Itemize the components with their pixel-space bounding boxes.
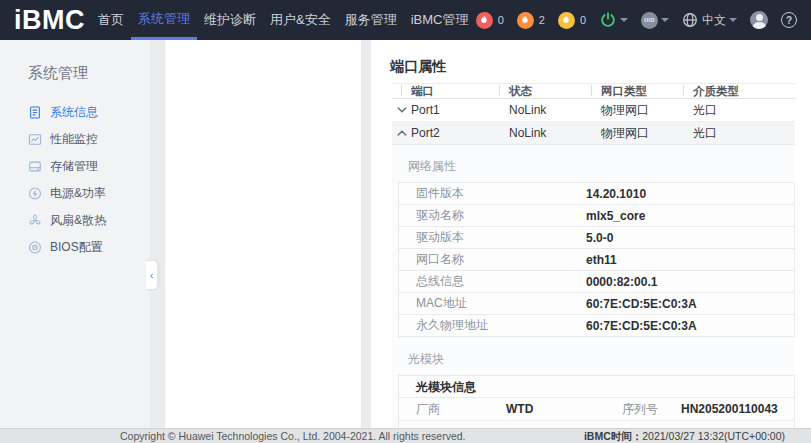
cell-media-type: 光口 — [693, 102, 795, 119]
power-supply-icon — [28, 186, 42, 201]
property-value: 5.0-0 — [586, 231, 794, 245]
critical-alarm-badge[interactable]: 0 — [476, 12, 504, 29]
ibmc-time: iBMC时间：2021/03/27 13:32(UTC+00:00) — [584, 429, 785, 443]
collapse-chevron-up-icon[interactable] — [392, 129, 411, 137]
nav-item-system-management[interactable]: 系统管理 — [131, 0, 197, 40]
bios-config-icon — [28, 240, 42, 255]
property-label: 网口名称 — [399, 251, 586, 268]
flame-icon — [558, 12, 575, 29]
serial-label: 序列号 — [605, 401, 681, 418]
chevron-down-icon — [729, 18, 737, 22]
sidebar-item-performance-monitor[interactable]: 性能监控 — [0, 126, 150, 153]
table-row: 驱动版本 5.0-0 — [399, 227, 794, 249]
critical-alarm-count: 0 — [498, 14, 504, 26]
nav-item-maintenance-diagnosis[interactable]: 维护诊断 — [197, 0, 263, 40]
table-row-port2[interactable]: Port2 NoLink 物理网口 光口 — [392, 122, 795, 145]
storage-management-icon — [28, 159, 42, 174]
table-row: 固件版本 14.20.1010 — [399, 183, 794, 205]
sidebar-item-bios-config[interactable]: BIOS配置 — [0, 234, 150, 261]
cell-status: NoLink — [509, 126, 601, 140]
nav-item-home[interactable]: 首页 — [91, 0, 131, 40]
major-alarm-count: 2 — [539, 14, 545, 26]
sidebar-item-label: 性能监控 — [50, 131, 98, 148]
language-selector[interactable]: 中文 — [682, 12, 737, 29]
content-main-panel: 端口属性 端口 状态 网口类型 介质类型 Port1 NoLink 物理网口 光… — [371, 40, 811, 428]
content-left-panel — [164, 40, 362, 428]
sidebar-item-storage-management[interactable]: 存储管理 — [0, 153, 150, 180]
footer: Copyright © Huawei Technologies Co., Ltd… — [0, 428, 811, 443]
chevron-down-icon — [661, 18, 669, 22]
cell-net-type: 物理网口 — [601, 125, 693, 142]
property-value: mlx5_core — [586, 209, 794, 223]
cell-net-type: 物理网口 — [601, 102, 693, 119]
sidebar-item-fan[interactable]: 风扇&散热 — [0, 207, 150, 234]
cell-status: NoLink — [509, 103, 601, 117]
table-row: 厂商 WTD 序列号 HN205200110043 — [399, 398, 794, 421]
nav-item-ibmc-management[interactable]: iBMC管理 — [404, 0, 476, 40]
property-value: 0000:82:00.1 — [586, 275, 794, 289]
table-row: 驱动名称 mlx5_core — [399, 205, 794, 227]
power-control-menu[interactable] — [599, 11, 628, 29]
property-label: 总线信息 — [399, 273, 586, 290]
language-label: 中文 — [702, 12, 726, 29]
top-bar: iBMC 首页 系统管理 维护诊断 用户&安全 服务管理 iBMC管理 0 2 … — [0, 0, 811, 40]
port-table: 端口 状态 网口类型 介质类型 Port1 NoLink 物理网口 光口 Por… — [392, 83, 795, 145]
user-avatar[interactable] — [750, 11, 768, 29]
performance-monitor-icon — [28, 132, 42, 147]
sidebar: 系统管理 系统信息 性能监控 存储管理 — [0, 40, 150, 428]
sidebar-item-label: 电源&功率 — [50, 185, 106, 202]
table-row-port1[interactable]: Port1 NoLink 物理网口 光口 — [392, 99, 795, 122]
sidebar-title: 系统管理 — [28, 62, 150, 83]
system-info-icon — [28, 105, 42, 120]
column-header-status: 状态 — [509, 84, 601, 99]
sidebar-item-label: 风扇&散热 — [50, 212, 106, 229]
cell-port: Port2 — [411, 126, 509, 140]
property-value: 60:7E:CD:5E:C0:3A — [586, 297, 794, 311]
nav-item-user-security[interactable]: 用户&安全 — [263, 0, 338, 40]
page-title: 端口属性 — [390, 56, 811, 76]
user-icon — [756, 14, 763, 21]
optical-module-table: 光模块信息 厂商 WTD 序列号 HN205200110043 — [398, 375, 795, 428]
table-row — [399, 421, 794, 428]
top-right-tools: 0 2 0 UID — [476, 11, 797, 29]
help-icon[interactable]: ? — [781, 12, 797, 28]
uid-indicator-menu[interactable]: UID — [641, 12, 669, 29]
property-label: MAC地址 — [399, 295, 586, 312]
optical-module-info-header: 光模块信息 — [399, 376, 794, 398]
sidebar-item-label: 系统信息 — [50, 104, 98, 121]
table-row: 永久物理地址 60:7E:CD:5E:C0:3A — [399, 315, 794, 337]
network-properties-table: 固件版本 14.20.1010 驱动名称 mlx5_core 驱动版本 5.0-… — [398, 182, 795, 337]
property-label: 驱动版本 — [399, 229, 586, 246]
copyright-text: Copyright © Huawei Technologies Co., Ltd… — [120, 429, 466, 443]
sidebar-item-power[interactable]: 电源&功率 — [0, 180, 150, 207]
cell-media-type: 光口 — [693, 125, 795, 142]
property-label: 固件版本 — [399, 185, 586, 202]
fan-icon — [28, 213, 42, 228]
optical-module-title: 光模块 — [392, 337, 795, 375]
property-label: 永久物理地址 — [399, 317, 586, 334]
vendor-label: 厂商 — [399, 401, 506, 418]
table-row: 网口名称 eth11 — [399, 249, 794, 271]
nav-item-service-management[interactable]: 服务管理 — [338, 0, 404, 40]
major-alarm-badge[interactable]: 2 — [517, 12, 545, 29]
sidebar-collapse-button[interactable]: ‹ — [146, 260, 158, 290]
column-header-net-type: 网口类型 — [601, 84, 693, 99]
table-row: MAC地址 60:7E:CD:5E:C0:3A — [399, 293, 794, 315]
column-header-media-type: 介质类型 — [693, 84, 795, 99]
property-value: 60:7E:CD:5E:C0:3A — [586, 319, 794, 333]
chevron-left-icon: ‹ — [150, 269, 154, 281]
main-nav: 首页 系统管理 维护诊断 用户&安全 服务管理 iBMC管理 — [91, 0, 475, 40]
property-label: 驱动名称 — [399, 207, 586, 224]
minor-alarm-badge[interactable]: 0 — [558, 12, 586, 29]
flame-icon — [476, 12, 493, 29]
port-table-header: 端口 状态 网口类型 介质类型 — [392, 83, 795, 99]
port2-detail-panel: 网络属性 固件版本 14.20.1010 驱动名称 mlx5_core 驱动版本… — [392, 145, 795, 428]
expand-chevron-down-icon[interactable] — [392, 106, 411, 114]
globe-icon — [682, 12, 698, 28]
uid-icon: UID — [641, 12, 658, 29]
column-header-port: 端口 — [411, 84, 509, 99]
sidebar-item-label: 存储管理 — [50, 158, 98, 175]
sidebar-item-system-info[interactable]: 系统信息 — [0, 99, 150, 126]
sidebar-item-label: BIOS配置 — [50, 239, 103, 256]
network-properties-title: 网络属性 — [392, 145, 795, 182]
